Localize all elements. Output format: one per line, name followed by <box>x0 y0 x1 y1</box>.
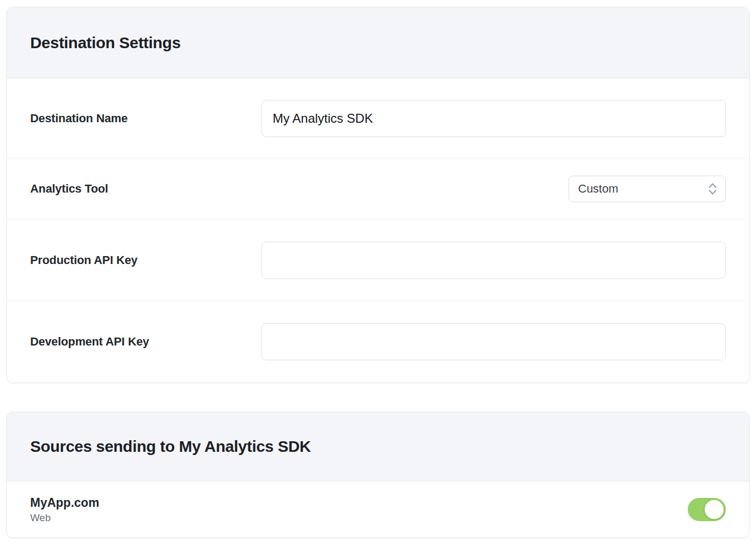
destination-settings-header: Destination Settings <box>7 7 749 78</box>
sources-card: Sources sending to My Analytics SDK MyAp… <box>6 412 750 538</box>
chevron-updown-icon <box>707 182 718 196</box>
source-name: MyApp.com <box>30 496 99 510</box>
development-api-key-input[interactable] <box>262 323 726 360</box>
form-row-analytics-tool: Analytics Tool Custom <box>7 159 749 220</box>
production-api-key-input[interactable] <box>262 242 726 279</box>
destination-name-label: Destination Name <box>30 112 262 125</box>
development-api-key-label: Development API Key <box>30 335 262 349</box>
form-row-destination-name: Destination Name <box>7 78 749 159</box>
source-enabled-toggle[interactable] <box>688 498 726 521</box>
analytics-tool-label: Analytics Tool <box>30 182 262 196</box>
source-meta: MyApp.com Web <box>30 496 99 524</box>
destination-name-input[interactable] <box>262 100 726 137</box>
form-row-production-api-key: Production API Key <box>7 220 749 301</box>
production-api-key-label: Production API Key <box>30 253 262 267</box>
sources-header: Sources sending to My Analytics SDK <box>7 412 749 481</box>
analytics-tool-selected-value: Custom <box>578 182 618 196</box>
form-row-development-api-key: Development API Key <box>7 301 749 383</box>
analytics-tool-select[interactable]: Custom <box>569 176 726 202</box>
destination-settings-title: Destination Settings <box>30 34 181 52</box>
source-row-myapp: MyApp.com Web <box>7 481 749 538</box>
source-type: Web <box>30 512 99 524</box>
sources-title: Sources sending to My Analytics SDK <box>30 438 311 456</box>
toggle-knob <box>705 500 724 519</box>
destination-settings-card: Destination Settings Destination Name An… <box>6 7 750 383</box>
